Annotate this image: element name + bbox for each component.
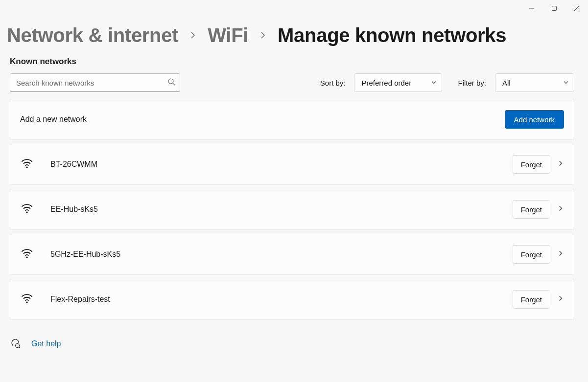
- wifi-icon: [20, 247, 34, 262]
- forget-button[interactable]: Forget: [513, 200, 550, 219]
- filter-by-value: All: [502, 79, 511, 87]
- add-network-row: Add a new network Add network: [10, 99, 574, 140]
- network-row-actions: Forget: [513, 290, 564, 309]
- chevron-right-icon: [189, 31, 197, 39]
- forget-button[interactable]: Forget: [513, 155, 550, 174]
- chevron-down-icon: [431, 79, 437, 87]
- svg-line-5: [173, 83, 175, 85]
- help-row: Get help: [0, 324, 588, 350]
- wifi-icon: [20, 292, 34, 307]
- svg-point-4: [168, 79, 173, 84]
- chevron-right-icon[interactable]: [557, 205, 564, 214]
- chevron-down-icon: [563, 79, 569, 87]
- window-minimize-button[interactable]: [520, 1, 543, 16]
- network-row[interactable]: Flex-Repairs-testForget: [10, 279, 574, 320]
- get-help-link[interactable]: Get help: [31, 339, 61, 348]
- sort-by-dropdown[interactable]: Preferred order: [354, 73, 442, 92]
- maximize-icon: [551, 5, 557, 11]
- svg-point-7: [26, 212, 27, 213]
- breadcrumb-network-internet[interactable]: Network & internet: [7, 24, 178, 46]
- search-input[interactable]: [10, 73, 180, 92]
- network-row-actions: Forget: [513, 155, 564, 174]
- breadcrumb-current: Manage known networks: [278, 24, 506, 46]
- close-icon: [574, 5, 580, 11]
- svg-line-11: [19, 347, 21, 348]
- sort-by-label: Sort by:: [320, 79, 346, 87]
- forget-button[interactable]: Forget: [513, 290, 550, 309]
- search-icon: [167, 78, 175, 88]
- chevron-right-icon[interactable]: [557, 250, 564, 259]
- search-field-wrap: [10, 73, 180, 92]
- breadcrumb: Network & internet WiFi Manage known net…: [0, 16, 588, 51]
- get-help-icon: [10, 337, 21, 350]
- network-name: 5GHz-EE-Hub-sKs5: [50, 250, 120, 259]
- network-row-actions: Forget: [513, 200, 564, 219]
- minimize-icon: [529, 5, 535, 11]
- chevron-right-icon[interactable]: [557, 160, 564, 169]
- filter-by-label: Filter by:: [458, 79, 486, 87]
- svg-point-8: [26, 257, 27, 258]
- network-name: EE-Hub-sKs5: [50, 205, 98, 214]
- network-row[interactable]: 5GHz-EE-Hub-sKs5Forget: [10, 234, 574, 275]
- network-row-actions: Forget: [513, 245, 564, 264]
- network-row[interactable]: BT-26CWMMForget: [10, 144, 574, 185]
- wifi-icon: [20, 202, 34, 217]
- breadcrumb-wifi[interactable]: WiFi: [208, 24, 248, 46]
- svg-point-9: [26, 302, 27, 303]
- section-title: Known networks: [0, 51, 588, 70]
- network-row[interactable]: EE-Hub-sKs5Forget: [10, 189, 574, 230]
- add-network-label: Add a new network: [20, 115, 87, 124]
- sort-by-value: Preferred order: [361, 79, 411, 87]
- network-name: Flex-Repairs-test: [50, 295, 110, 304]
- filter-by-dropdown[interactable]: All: [495, 73, 574, 92]
- window-close-button[interactable]: [565, 1, 588, 16]
- add-network-button[interactable]: Add network: [505, 110, 564, 129]
- toolbar: Sort by: Preferred order Filter by: All: [0, 70, 588, 97]
- forget-button[interactable]: Forget: [513, 245, 550, 264]
- svg-rect-1: [552, 6, 557, 11]
- window-maximize-button[interactable]: [543, 1, 565, 16]
- wifi-icon: [20, 157, 34, 172]
- window-titlebar: [0, 0, 588, 16]
- chevron-right-icon[interactable]: [557, 295, 564, 304]
- network-name: BT-26CWMM: [50, 160, 97, 169]
- network-list: Add a new network Add network BT-26CWMMF…: [0, 97, 588, 320]
- chevron-right-icon: [259, 31, 267, 39]
- svg-point-10: [16, 344, 20, 348]
- svg-point-6: [26, 167, 27, 168]
